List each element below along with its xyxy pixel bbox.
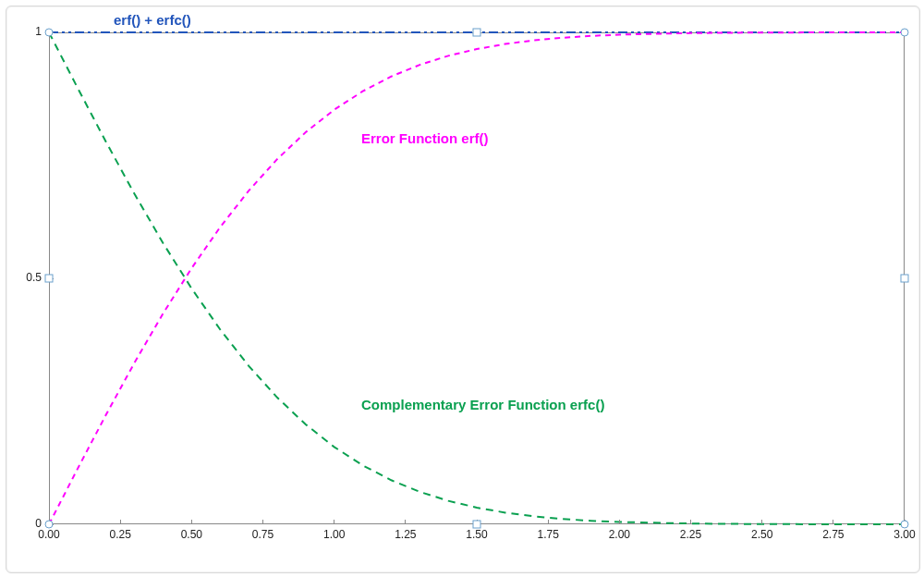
x-tick-label: 0.50 — [181, 528, 203, 541]
handle-br[interactable] — [901, 521, 908, 528]
handle-left[interactable] — [45, 275, 53, 282]
annotation-erf: Error Function erf() — [361, 130, 489, 146]
handle-right[interactable] — [901, 275, 908, 282]
axis-border — [50, 33, 905, 524]
x-tick-label: 0.75 — [252, 528, 274, 541]
x-tick-label: 1.00 — [323, 528, 346, 541]
x-tick-label: 2.50 — [751, 528, 773, 541]
annotation-erfc: Complementary Error Function erfc() — [361, 397, 604, 412]
x-tick-label: 1.25 — [395, 528, 417, 541]
chart-frame: 0.000.250.500.751.001.251.501.752.002.25… — [6, 6, 920, 573]
x-tick-label: 2.75 — [822, 528, 845, 541]
y-tick-label: 0.5 — [26, 271, 42, 284]
handle-bl[interactable] — [45, 521, 53, 528]
handle-tr[interactable] — [901, 29, 908, 36]
x-tick-label: 1.75 — [537, 528, 559, 541]
plot-area: 0.000.250.500.751.001.251.501.752.002.25… — [49, 32, 905, 524]
annotation-sum: erf() + erfc() — [114, 12, 191, 28]
handle-bottom[interactable] — [473, 521, 480, 528]
series-erf — [49, 32, 905, 524]
chart-svg: 0.000.250.500.751.001.251.501.752.002.25… — [49, 32, 905, 524]
y-tick-label: 0 — [35, 517, 42, 530]
handle-top[interactable] — [473, 29, 480, 36]
x-tick-label: 1.50 — [466, 528, 488, 541]
handle-tl[interactable] — [45, 29, 53, 36]
x-tick-label: 0.25 — [109, 528, 131, 541]
x-tick-label: 2.25 — [680, 528, 702, 541]
y-tick-label: 1 — [35, 25, 42, 38]
x-tick-label: 2.00 — [609, 528, 631, 541]
series-erfc — [49, 32, 905, 524]
x-tick-label: 3.00 — [894, 528, 916, 541]
